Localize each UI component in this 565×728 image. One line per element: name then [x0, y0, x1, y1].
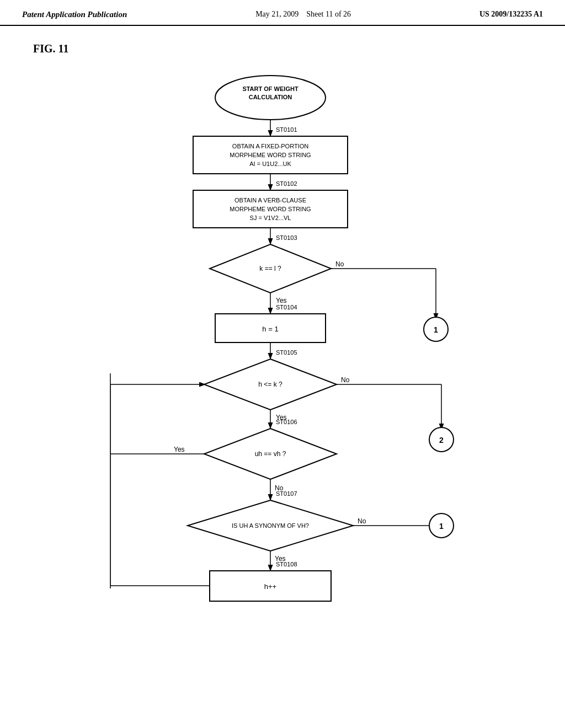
svg-text:uh == vh ?: uh == vh ? — [255, 450, 286, 458]
start-node: START OF WEIGHT CALCULATION — [215, 76, 326, 120]
diamond1: k == l ? — [210, 244, 331, 293]
svg-rect-47 — [102, 373, 110, 594]
header-left: Patent Application Publication — [22, 10, 127, 19]
connector1b: 1 — [429, 513, 454, 538]
no-label-d4: No — [358, 517, 366, 525]
header-sheet: Sheet 11 of 26 — [306, 10, 351, 18]
svg-text:h <= k  ?: h <= k ? — [258, 381, 282, 388]
connector2: 2 — [429, 427, 454, 452]
st0107-label: ST0107 — [276, 490, 297, 497]
box2: OBTAIN A VERB-CLAUSE MORPHEME WORD STRIN… — [193, 190, 348, 228]
svg-text:IS UH A SYNONYM OF VH?: IS UH A SYNONYM OF VH? — [232, 522, 309, 529]
yes-label-d1: Yes — [276, 297, 287, 304]
st0108-label: ST0108 — [276, 561, 297, 568]
st0105-label: ST0105 — [276, 349, 297, 356]
svg-text:1: 1 — [439, 522, 444, 531]
svg-text:CALCULATION: CALCULATION — [249, 94, 292, 100]
svg-text:1: 1 — [434, 325, 438, 334]
flowchart-svg: START OF WEIGHT CALCULATION ST0101 OBTAI… — [0, 42, 565, 704]
connector1: 1 — [424, 317, 448, 341]
svg-text:MORPHEME WORD STRING: MORPHEME WORD STRING — [230, 206, 311, 212]
box1: OBTAIN A FIXED-PORTION MORPHEME WORD STR… — [193, 136, 348, 174]
st0101-label: ST0101 — [276, 126, 297, 133]
box3: h = 1 — [215, 314, 326, 342]
figure-label: FIG. 11 — [33, 42, 68, 55]
header-date: May 21, 2009 — [255, 10, 299, 18]
page-header: Patent Application Publication May 21, 2… — [0, 0, 565, 26]
svg-text:AI = U1U2...UK: AI = U1U2...UK — [249, 160, 291, 167]
main-content: FIG. 11 START OF WEIGHT CALCULATION ST01… — [0, 26, 565, 715]
no-label-d2: No — [341, 376, 350, 384]
svg-text:k == l  ?: k == l ? — [259, 265, 281, 272]
svg-text:2: 2 — [439, 436, 444, 445]
st0103-label: ST0103 — [276, 234, 297, 241]
header-right: US 2009/132235 A1 — [479, 10, 543, 19]
diamond2: h <= k ? — [204, 359, 337, 410]
st0102-label: ST0102 — [276, 180, 297, 187]
diamond3: uh == vh ? — [204, 429, 337, 479]
st0106-label: ST0106 — [276, 419, 297, 425]
svg-text:OBTAIN A VERB-CLAUSE: OBTAIN A VERB-CLAUSE — [234, 197, 306, 204]
svg-text:START OF WEIGHT: START OF WEIGHT — [242, 85, 299, 92]
svg-text:h = 1: h = 1 — [262, 325, 278, 333]
yes-label-d3: Yes — [174, 446, 185, 453]
svg-text:OBTAIN A FIXED-PORTION: OBTAIN A FIXED-PORTION — [232, 143, 308, 149]
diamond4: IS UH A SYNONYM OF VH? — [188, 500, 353, 551]
no-label-d1: No — [335, 260, 344, 268]
svg-text:SJ = V1V2...VL: SJ = V1V2...VL — [250, 215, 291, 221]
st0104-label: ST0104 — [276, 304, 297, 311]
svg-text:h++: h++ — [264, 582, 276, 591]
svg-text:MORPHEME WORD STRING: MORPHEME WORD STRING — [230, 152, 311, 158]
box4: h++ — [210, 571, 331, 601]
header-center: May 21, 2009 Sheet 11 of 26 — [255, 10, 351, 19]
